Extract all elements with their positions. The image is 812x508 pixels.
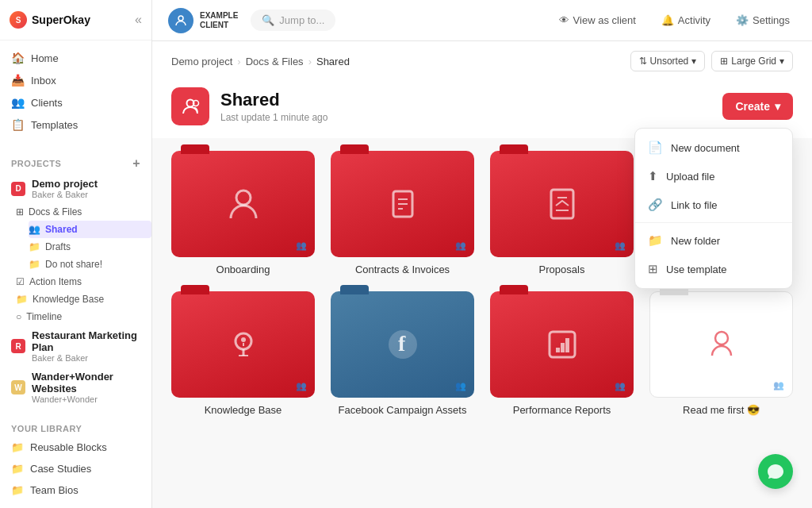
timeline-label: Timeline [26,311,62,322]
use-template-label: Use template [666,264,727,275]
project-demo-client: Baker & Baker [32,190,98,199]
project-restaurant-client: Baker & Baker [32,353,140,363]
sidebar-reusable-blocks[interactable]: 📁 Reusable Blocks [0,437,151,458]
folder-contracts-label: Contracts & Invoices [355,264,450,275]
sidebar-item-clients[interactable]: 👥 Clients [0,91,151,114]
use-template-icon: ⊞ [648,262,658,276]
breadcrumb: Demo project › Docs & Files › Shared [171,56,350,67]
sort-button[interactable]: ⇅ Unsorted ▾ [630,51,706,71]
breadcrumb-demo-project[interactable]: Demo project [171,56,232,67]
folder-proposals[interactable]: 👥 Proposals [490,151,634,275]
breadcrumb-shared: Shared [316,56,350,67]
new-folder-icon: 📁 [648,233,663,248]
dropdown-link-to-file[interactable]: 🔗 Link to file [635,190,792,219]
folder-tab [500,285,528,294]
folder-readme-users: 👥 [773,380,784,391]
project-demo-info: Demo project Baker & Baker [32,178,98,199]
folder-readme-label: Read me first 😎 [683,404,760,416]
client-logo[interactable]: EXAMPLE CLIENT [168,8,238,33]
view-toggle-button[interactable]: ⊞ Large Grid ▾ [711,51,793,71]
tree-knowledge-base[interactable]: 📁 Knowledge Base [16,291,151,308]
create-button[interactable]: Create ▾ [722,93,793,120]
client-name-bottom: CLIENT [200,21,238,30]
search-bar[interactable]: 🔍 Jump to... [251,10,335,31]
project-wander-info: Wander+Wonder Websites Wander+Wonder [32,371,140,404]
project-restaurant-name: Restaurant Marketing Plan [32,329,140,353]
case-studies-label: Case Studies [30,463,91,475]
create-chevron-icon: ▾ [775,100,780,113]
folder-facebook[interactable]: f 👥 Facebook Campaign Assets [331,291,474,416]
folder-tab [340,144,369,154]
breadcrumb-sep-1: › [237,56,240,67]
project-demo: D Demo project Baker & Baker ⊞ Docs & Fi… [0,174,151,325]
folder-onboarding-users: 👥 [296,241,307,251]
folder-readme[interactable]: 👥 Read me first 😎 [649,291,793,416]
folder-proposals-label: Proposals [539,264,585,275]
project-wander[interactable]: W Wander+Wonder Websites Wander+Wonder [0,367,151,408]
view-as-client-label: View as client [573,14,636,26]
project-demo-item[interactable]: D Demo project Baker & Baker [0,174,151,203]
chat-bubble-button[interactable] [758,454,793,489]
sidebar-nav: 🏠 Home 📥 Inbox 👥 Clients 📋 Templates [0,40,151,142]
folder-contracts-users: 👥 [455,241,466,251]
sidebar-billable[interactable]: ⊞ Billable Services [0,501,151,508]
tree-action-items[interactable]: ☑ Action Items [16,273,151,291]
breadcrumb-bar: Demo project › Docs & Files › Shared ⇅ U… [152,41,812,78]
sidebar-item-home[interactable]: 🏠 Home [0,47,151,69]
svg-point-25 [715,332,728,344]
docs-files-label: Docs & Files [29,206,82,217]
project-restaurant-badge: R [11,339,25,353]
view-label: Large Grid [731,56,776,67]
breadcrumb-docs-files[interactable]: Docs & Files [246,56,304,67]
sort-chevron-icon: ▾ [691,56,696,67]
svg-point-2 [178,16,183,21]
activity-button[interactable]: 🔔 Activity [655,11,717,29]
svg-text:f: f [398,331,406,356]
shared-folder-icon: 👥 [29,224,40,235]
folder-tab [181,285,209,294]
tree-docs-files[interactable]: ⊞ Docs & Files [16,203,151,221]
dropdown-use-template[interactable]: ⊞ Use template [635,255,792,283]
tree-drafts[interactable]: 📁 Drafts [29,238,151,256]
client-logo-circle [168,8,193,33]
new-document-icon: 📄 [648,140,663,155]
activity-label: Activity [678,14,710,26]
logo-icon: S [10,11,27,29]
upload-file-label: Upload file [666,171,714,183]
tree-timeline[interactable]: ○ Timeline [16,308,151,325]
sidebar-case-studies[interactable]: 📁 Case Studies [0,458,151,479]
link-file-label: Link to file [671,199,718,211]
folder-contracts[interactable]: 👥 Contracts & Invoices [331,151,474,275]
sidebar-item-templates[interactable]: 📋 Templates [0,114,151,136]
folder-knowledge[interactable]: 👥 Knowledge Base [171,291,315,416]
svg-rect-10 [551,190,573,218]
templates-icon: 📋 [11,118,25,131]
sidebar-item-inbox[interactable]: 📥 Inbox [0,69,151,91]
sort-label: Unsorted [650,56,689,67]
tree-donot-share[interactable]: 📁 Do not share! [29,256,151,273]
sidebar-team-bios[interactable]: 📁 Team Bios [0,479,151,501]
settings-button[interactable]: ⚙️ Settings [730,11,796,29]
tree-shared[interactable]: 👥 Shared [29,221,151,238]
case-studies-icon: 📁 [11,463,24,475]
search-icon: 🔍 [262,14,274,26]
dropdown-new-folder[interactable]: 📁 New folder [635,226,792,255]
collapse-sidebar-button[interactable]: « [135,13,142,27]
folder-knowledge-label: Knowledge Base [205,404,282,416]
sidebar-inbox-label: Inbox [31,75,56,87]
project-restaurant[interactable]: R Restaurant Marketing Plan Baker & Bake… [0,325,151,367]
topbar-left: EXAMPLE CLIENT 🔍 Jump to... [168,8,335,33]
project-demo-badge: D [11,182,25,196]
view-as-client-button[interactable]: 👁 View as client [553,11,642,29]
folder-onboarding[interactable]: 👥 Onboarding [171,151,315,275]
donot-share-label: Do not share! [45,259,102,270]
dropdown-new-document[interactable]: 📄 New document [635,133,792,162]
dropdown-upload-file[interactable]: ⬆ Upload file [635,162,792,190]
inbox-icon: 📥 [11,74,25,87]
add-project-button[interactable]: + [132,156,140,171]
sort-controls: ⇅ Unsorted ▾ ⊞ Large Grid ▾ [630,51,793,71]
svg-point-5 [236,190,251,205]
folder-performance[interactable]: 👥 Performance Reports [490,291,634,416]
project-restaurant-info: Restaurant Marketing Plan Baker & Baker [32,329,140,363]
folder-facebook-users: 👥 [455,381,466,391]
